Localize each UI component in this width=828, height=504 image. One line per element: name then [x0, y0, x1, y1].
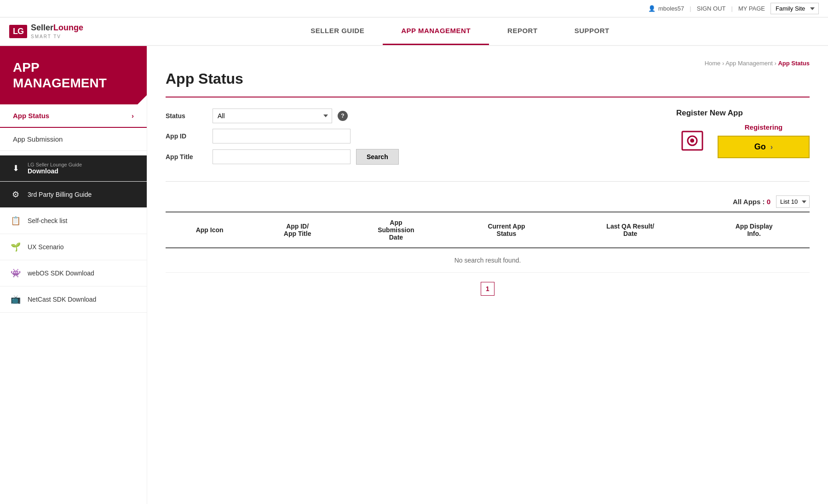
tool-label: 3rd Party Billing Guide — [28, 191, 92, 198]
ux-icon: 🌱 — [9, 241, 22, 253]
tool-label: Self-check list — [28, 217, 67, 224]
sidebar: APP MANAGEMENT App Status › App Submissi… — [0, 46, 147, 504]
tool-sublabel: LG Seller Lounge Guide — [28, 162, 82, 167]
sidebar-tool-download[interactable]: ⬇ LG Seller Lounge Guide Download — [0, 155, 147, 182]
family-site-select[interactable]: Family Site — [770, 3, 819, 14]
logo-lg: LG — [9, 25, 27, 38]
sidebar-header: APP MANAGEMENT — [0, 46, 147, 104]
no-results-text: No search result found. — [166, 248, 810, 273]
page-title: App Status — [166, 70, 810, 87]
search-section: Status All ? App ID App Title Search — [166, 109, 810, 182]
table-head: App Icon App ID/App Title AppSubmissionD… — [166, 212, 810, 248]
breadcrumb-current: App Status — [778, 60, 810, 67]
col-current-app-status: Current AppStatus — [451, 212, 562, 248]
signout-link[interactable]: SIGN OUT — [697, 5, 726, 12]
main-header: LG SellerLounge SMART TV SELLER GUIDE AP… — [0, 17, 828, 46]
nav-report[interactable]: REPORT — [489, 17, 556, 45]
appid-row: App ID — [166, 129, 658, 143]
app-table: App Icon App ID/App Title AppSubmissionD… — [166, 212, 810, 273]
col-app-display: App DisplayInfo. — [698, 212, 810, 248]
list-select[interactable]: List 10 List 20 List 50 — [776, 195, 810, 208]
tool-label: UX Scenario — [28, 243, 64, 251]
username: mboles57 — [658, 5, 684, 12]
pagination: 1 — [166, 282, 810, 296]
logo-seller: Seller — [31, 23, 53, 32]
sidebar-menu: App Status › App Submission — [0, 104, 147, 151]
user-icon: 👤 — [648, 5, 656, 12]
tool-label: LG Seller Lounge Guide Download — [28, 162, 82, 175]
checklist-icon: 📋 — [9, 214, 22, 227]
col-last-qa: Last QA Result/Date — [562, 212, 698, 248]
results-header: All Apps : 0 List 10 List 20 List 50 — [166, 195, 810, 208]
sidebar-tool-selfcheck[interactable]: 📋 Self-check list — [0, 208, 147, 234]
col-app-icon: App Icon — [166, 212, 253, 248]
main-nav: SELLER GUIDE APP MANAGEMENT REPORT SUPPO… — [101, 17, 819, 45]
status-row: Status All ? — [166, 109, 658, 123]
breadcrumb: Home › App Management › App Status — [166, 60, 810, 67]
register-label-area: Registering Go › — [718, 123, 810, 158]
search-form: Status All ? App ID App Title Search — [166, 109, 658, 170]
table-header-row: App Icon App ID/App Title AppSubmissionD… — [166, 212, 810, 248]
tool-label: webOS SDK Download — [28, 269, 94, 277]
tool-label: NetCast SDK Download — [28, 296, 96, 303]
apptitle-label: App Title — [166, 153, 207, 160]
user-info: 👤 mboles57 — [648, 5, 684, 12]
separator: | — [690, 5, 691, 12]
go-button[interactable]: Go › — [718, 136, 810, 158]
mypage-link[interactable]: MY PAGE — [738, 5, 765, 12]
table-row-no-results: No search result found. — [166, 248, 810, 273]
sidebar-item-app-submission[interactable]: App Submission — [0, 128, 147, 151]
all-apps-text: All Apps : 0 — [733, 198, 770, 206]
top-bar: 👤 mboles57 | SIGN OUT | MY PAGE Family S… — [0, 0, 828, 17]
table-body: No search result found. — [166, 248, 810, 273]
apptitle-row: App Title Search — [166, 149, 658, 165]
sidebar-item-app-status[interactable]: App Status › — [0, 104, 147, 128]
all-apps-label: All Apps : — [733, 198, 765, 206]
register-icon: ® — [676, 125, 708, 157]
gear-icon: ⚙ — [9, 188, 22, 201]
logo-area: LG SellerLounge SMART TV — [9, 17, 101, 45]
page-number-1[interactable]: 1 — [481, 282, 494, 296]
register-label: Registering — [718, 123, 810, 131]
logo-seller-lounge: SellerLounge — [31, 23, 83, 33]
col-app-submission-date: AppSubmissionDate — [341, 212, 451, 248]
register-content: ® Registering Go › — [676, 123, 810, 158]
all-apps-count: 0 — [767, 198, 770, 206]
sidebar-item-label: App Submission — [13, 135, 63, 143]
apptitle-input[interactable] — [213, 149, 351, 164]
breadcrumb-app-management[interactable]: App Management — [725, 60, 773, 67]
section-divider — [166, 97, 810, 97]
go-btn-label: Go — [754, 142, 766, 152]
sidebar-tool-ux[interactable]: 🌱 UX Scenario — [0, 234, 147, 260]
register-title: Register New App — [676, 109, 743, 118]
sidebar-tool-netcast[interactable]: 📺 NetCast SDK Download — [0, 286, 147, 313]
sidebar-item-label: App Status — [13, 112, 49, 120]
svg-text:®: ® — [690, 137, 694, 144]
search-button[interactable]: Search — [356, 149, 399, 165]
logo-smarttv: SMART TV — [31, 34, 83, 40]
breadcrumb-home[interactable]: Home — [705, 60, 721, 67]
nav-app-management[interactable]: APP MANAGEMENT — [383, 17, 489, 45]
nav-support[interactable]: SUPPORT — [556, 17, 628, 45]
sidebar-tool-billing[interactable]: ⚙ 3rd Party Billing Guide — [0, 182, 147, 208]
sidebar-tool-webos[interactable]: 👾 webOS SDK Download — [0, 260, 147, 286]
appid-label: App ID — [166, 132, 207, 140]
separator2: | — [731, 5, 733, 12]
arrow-icon: › — [132, 112, 134, 120]
main-content: Home › App Management › App Status App S… — [147, 46, 828, 504]
status-select[interactable]: All — [213, 109, 332, 123]
status-label: Status — [166, 112, 207, 120]
nav-seller-guide[interactable]: SELLER GUIDE — [292, 17, 383, 45]
sidebar-tools: ⬇ LG Seller Lounge Guide Download ⚙ 3rd … — [0, 155, 147, 313]
help-icon[interactable]: ? — [338, 111, 348, 121]
logo-text: SellerLounge SMART TV — [31, 23, 83, 40]
netcast-icon: 📺 — [9, 293, 22, 306]
webos-icon: 👾 — [9, 267, 22, 280]
download-icon: ⬇ — [9, 162, 22, 175]
register-area: Register New App ® Registering Go — [676, 109, 810, 158]
logo-lounge: Lounge — [53, 23, 83, 32]
col-app-id-title: App ID/App Title — [253, 212, 341, 248]
tool-mainlabel: Download — [28, 167, 82, 175]
appid-input[interactable] — [213, 129, 351, 143]
chevron-icon: › — [770, 143, 773, 151]
